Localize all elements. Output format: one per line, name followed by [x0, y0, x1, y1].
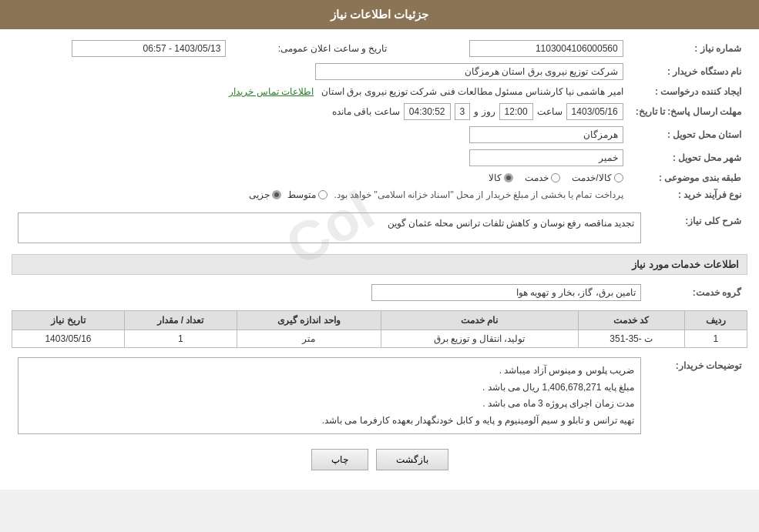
creator-label: ایجاد کننده درخواست :	[630, 83, 747, 100]
process-row: پرداخت تمام یا بخشی از مبلغ خریدار از مح…	[18, 189, 623, 200]
announce-date-cell: 1403/05/13 - 06:57	[12, 37, 232, 60]
need-number-value: 1103004106000560	[469, 40, 623, 57]
creator-cell: امیر هاشمی نیا کارشناس مسئول مطالعات فنی…	[12, 83, 630, 100]
delivery-province-cell: هرمزگان	[12, 123, 630, 146]
delivery-province-value: هرمزگان	[469, 126, 623, 143]
description-cell: تجدید مناقصه رفع نوسان و کاهش تلفات تران…	[12, 209, 647, 246]
send-date-cell: 1403/05/16 ساعت 12:00 روز و 3 04:30:52 س…	[12, 100, 630, 123]
service-group-cell: تامین برق، گاز، بخار و تهویه هوا	[12, 281, 647, 304]
cell-code: ت -35-351	[578, 330, 684, 348]
time-label: ساعت	[537, 106, 563, 117]
page-header: جزئیات اطلاعات نیاز	[0, 0, 759, 29]
category-label: طبقه بندی موضوعی :	[630, 169, 747, 186]
description-table: شرح کلی نیاز: تجدید مناقصه رفع نوسان و ک…	[12, 209, 747, 246]
buyer-org-cell: شرکت توزیع نیروی برق استان هرمزگان	[12, 60, 630, 83]
top-info-table: شماره نیاز : 1103004106000560 تاریخ و سا…	[12, 37, 747, 203]
radio-medium-label: متوسط	[287, 189, 316, 200]
cell-row: 1	[684, 330, 747, 348]
process-cell: پرداخت تمام یا بخشی از مبلغ خریدار از مح…	[12, 186, 630, 203]
time-value: 12:00	[499, 103, 533, 120]
send-date-label: مهلت ارسال پاسخ: تا تاریخ:	[630, 100, 747, 123]
back-button[interactable]: بازگشت	[376, 449, 448, 470]
remaining-value: 04:30:52	[404, 103, 451, 120]
delivery-city-value: خمیر	[469, 149, 623, 166]
page-title: جزئیات اطلاعات نیاز	[331, 8, 428, 21]
radio-service-label: خدمت	[525, 172, 549, 183]
delivery-city-label: شهر محل تحویل :	[630, 146, 747, 169]
note-line-2: مبلغ پایه 1,406,678,271 ریال می باشد .	[25, 380, 634, 396]
radio-minor-label: جزیی	[249, 189, 270, 200]
process-label: نوع فرآیند خرید :	[630, 186, 747, 203]
description-value: تجدید مناقصه رفع نوسان و کاهش تلفات تران…	[388, 218, 634, 229]
col-date: تاریخ نیاز	[12, 311, 125, 330]
process-note: پرداخت تمام یا بخشی از مبلغ خریدار از مح…	[334, 189, 623, 200]
buyer-notes-label: توضیحات خریدار:	[647, 354, 747, 437]
cell-name: تولید، انتقال و توزیع برق	[381, 330, 578, 348]
radio-medium-circle	[318, 190, 327, 199]
radio-service-circle	[551, 173, 560, 182]
col-row: ردیف	[684, 311, 747, 330]
contact-link[interactable]: اطلاعات تماس خریدار	[229, 86, 314, 97]
radio-goods-service-circle	[614, 173, 623, 182]
col-code: کد خدمت	[578, 311, 684, 330]
note-line-4: تهیه ترانس و تابلو و سیم آلومینیوم و پای…	[25, 413, 634, 430]
radio-goods[interactable]: کالا	[489, 172, 513, 183]
description-label: شرح کلی نیاز:	[647, 209, 747, 246]
service-group-value: تامین برق، گاز، بخار و تهویه هوا	[371, 284, 641, 301]
notes-table: توضیحات خریدار: ضریب پلوس و مینوس آزاد م…	[12, 354, 747, 437]
buyer-org-value: شرکت توزیع نیروی برق استان هرمزگان	[315, 63, 623, 80]
need-number-label: شماره نیاز :	[630, 37, 747, 60]
col-unit: واحد اندازه گیری	[237, 311, 381, 330]
days-label: روز و	[474, 106, 495, 117]
services-section-title: اطلاعات خدمات مورد نیاز	[12, 254, 747, 275]
buyer-notes-box: ضریب پلوس و مینوس آزاد میباشد . مبلغ پای…	[18, 357, 641, 434]
note-line-3: مدت زمان اجرای پروژه 3 ماه می باشد .	[25, 396, 634, 413]
description-box: تجدید مناقصه رفع نوسان و کاهش تلفات تران…	[18, 212, 641, 243]
main-content: شماره نیاز : 1103004106000560 تاریخ و سا…	[0, 29, 759, 490]
radio-goods-circle	[504, 173, 513, 182]
radio-service[interactable]: خدمت	[525, 172, 560, 183]
buyer-notes-cell: ضریب پلوس و مینوس آزاد میباشد . مبلغ پای…	[12, 354, 647, 437]
cell-date: 1403/05/16	[12, 330, 125, 348]
category-radio-group: کالا/خدمت خدمت کالا	[18, 172, 623, 183]
radio-goods-label: کالا	[489, 172, 502, 183]
cell-qty: 1	[124, 330, 237, 348]
remaining-label: ساعت باقی مانده	[332, 106, 400, 117]
page-wrapper: جزئیات اطلاعات نیاز شماره نیاز : 1103004…	[0, 0, 759, 490]
radio-minor[interactable]: جزیی	[249, 189, 281, 200]
table-row: 1 ت -35-351 تولید، انتقال و توزیع برق مت…	[12, 330, 747, 348]
cell-unit: متر	[237, 330, 381, 348]
table-header: ردیف کد خدمت نام خدمت واحد اندازه گیری ت…	[12, 311, 747, 330]
radio-medium[interactable]: متوسط	[287, 189, 327, 200]
col-name: نام خدمت	[381, 311, 578, 330]
date-value: 1403/05/16	[566, 103, 623, 120]
delivery-province-label: استان محل تحویل :	[630, 123, 747, 146]
delivery-city-cell: خمیر	[12, 146, 630, 169]
button-row: بازگشت چاپ	[12, 449, 747, 470]
radio-minor-circle	[272, 190, 281, 199]
services-data-table: ردیف کد خدمت نام خدمت واحد اندازه گیری ت…	[12, 310, 747, 348]
creator-value: امیر هاشمی نیا کارشناس مسئول مطالعات فنی…	[321, 86, 623, 97]
need-number-cell: 1103004106000560	[408, 37, 629, 60]
table-body: 1 ت -35-351 تولید، انتقال و توزیع برق مت…	[12, 330, 747, 348]
days-value: 3	[455, 103, 471, 120]
radio-goods-service[interactable]: کالا/خدمت	[572, 172, 623, 183]
announce-date-value: 1403/05/13 - 06:57	[72, 40, 226, 57]
category-cell: کالا/خدمت خدمت کالا	[12, 169, 630, 186]
service-group-table: گروه خدمت: تامین برق، گاز، بخار و تهویه …	[12, 281, 747, 304]
note-line-1: ضریب پلوس و مینوس آزاد میباشد .	[25, 363, 634, 380]
col-qty: تعداد / مقدار	[124, 311, 237, 330]
print-button[interactable]: چاپ	[311, 449, 368, 470]
buyer-org-label: نام دستگاه خریدار :	[630, 60, 747, 83]
announce-date-label: تاریخ و ساعت اعلان عمومی:	[232, 37, 393, 60]
service-group-label: گروه خدمت:	[647, 281, 747, 304]
date-row: 1403/05/16 ساعت 12:00 روز و 3 04:30:52 س…	[18, 103, 623, 120]
radio-goods-service-label: کالا/خدمت	[572, 172, 611, 183]
